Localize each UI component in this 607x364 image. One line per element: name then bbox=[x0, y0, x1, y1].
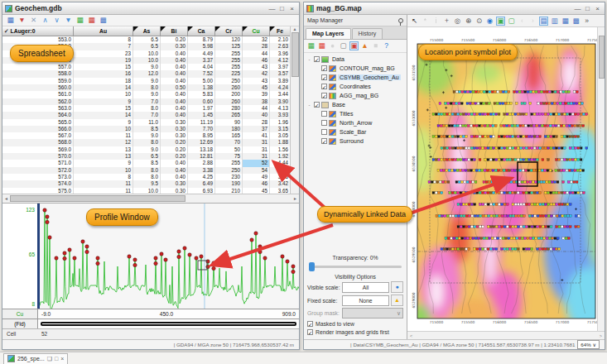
data-cell[interactable]: 43 bbox=[243, 64, 270, 70]
data-cell[interactable]: 280 bbox=[215, 105, 243, 112]
data-cell[interactable]: 40 bbox=[243, 112, 270, 118]
data-cell[interactable]: 50 bbox=[215, 146, 243, 153]
layer-checkbox[interactable]: ✓ bbox=[321, 74, 327, 80]
layer-checkbox[interactable]: ✓ bbox=[314, 56, 320, 62]
line-cell[interactable]: 568.0 bbox=[2, 139, 74, 146]
data-cell[interactable]: 46 bbox=[243, 57, 270, 64]
scroll-left-icon[interactable]: ◄ bbox=[4, 196, 8, 201]
data-cell[interactable]: 38 bbox=[243, 98, 270, 105]
map-unlink-icon[interactable]: ▢ bbox=[507, 17, 516, 26]
window-1-icon[interactable]: ▤ bbox=[539, 17, 548, 26]
line-cell[interactable]: 572.0 bbox=[2, 167, 74, 174]
data-cell[interactable]: 18 bbox=[74, 78, 133, 84]
data-cell[interactable]: 210 bbox=[215, 188, 243, 194]
data-cell[interactable]: 0.30 bbox=[161, 126, 188, 132]
data-cell[interactable]: 4.28 bbox=[270, 167, 290, 174]
data-cell[interactable]: 4.04 bbox=[188, 64, 215, 70]
layer-item-Base[interactable]: -✓Base bbox=[304, 100, 407, 109]
data-cell[interactable]: 255 bbox=[215, 160, 243, 166]
data-cell[interactable]: 260 bbox=[215, 98, 243, 105]
map-vertical-scrollbar[interactable] bbox=[597, 27, 605, 331]
data-cell[interactable]: 120 bbox=[215, 36, 243, 43]
data-cell[interactable]: 32 bbox=[243, 36, 270, 43]
data-cell[interactable]: 250 bbox=[215, 167, 243, 174]
data-cell[interactable]: 7.0 bbox=[133, 98, 161, 105]
data-cell[interactable]: 4.13 bbox=[270, 105, 290, 112]
layer-checkbox[interactable] bbox=[321, 111, 327, 117]
data-cell[interactable]: 31 bbox=[243, 153, 270, 160]
data-cell[interactable]: 0.40 bbox=[161, 91, 188, 98]
data-cell[interactable]: 8 bbox=[74, 36, 133, 43]
data-cell[interactable]: 6.49 bbox=[188, 180, 215, 187]
add-layer-icon[interactable]: ▦ bbox=[317, 41, 326, 50]
scroll-right-icon[interactable]: > bbox=[600, 333, 602, 338]
map-link-icon[interactable]: ▣ bbox=[496, 17, 505, 26]
scroll-right-icon[interactable]: ► bbox=[293, 196, 297, 201]
data-cell[interactable]: 4.25 bbox=[188, 174, 215, 180]
data-cell[interactable]: 7 bbox=[74, 43, 133, 50]
data-cell[interactable]: 45 bbox=[243, 188, 270, 194]
data-cell[interactable]: 3.90 bbox=[270, 98, 290, 105]
data-cell[interactable]: 255 bbox=[215, 64, 243, 70]
copy-channel-icon[interactable]: ▦ bbox=[6, 16, 15, 25]
data-cell[interactable]: 13 bbox=[74, 146, 133, 153]
data-cell[interactable]: 0.30 bbox=[161, 43, 188, 50]
data-cell[interactable]: 37 bbox=[243, 126, 270, 132]
data-cell[interactable]: 0.40 bbox=[161, 70, 188, 77]
data-cell[interactable]: 9 bbox=[74, 98, 133, 105]
data-cell[interactable]: 8.0 bbox=[133, 174, 161, 180]
scroll-thumb[interactable] bbox=[10, 195, 185, 202]
gdb-title-bar[interactable]: Geochem.gdb — □ × bbox=[2, 2, 299, 15]
maximize-icon[interactable]: □ bbox=[55, 356, 58, 362]
maximize-icon[interactable]: □ bbox=[583, 4, 592, 13]
info-icon[interactable]: i bbox=[431, 17, 441, 26]
data-cell[interactable]: 0.40 bbox=[161, 174, 188, 180]
symbol-tool-icon[interactable]: ▲ bbox=[360, 41, 369, 50]
window-layout-icon[interactable]: ▩ bbox=[99, 16, 108, 25]
data-cell[interactable]: 46 bbox=[243, 180, 270, 187]
data-cell[interactable]: 3.44 bbox=[270, 91, 290, 98]
column-header-Ca[interactable]: Ca bbox=[188, 26, 215, 36]
scroll-up-icon[interactable]: ▲ bbox=[293, 26, 297, 31]
line-cell[interactable]: 553.0 bbox=[2, 36, 74, 43]
layer-item-Titles[interactable]: Titles bbox=[304, 109, 407, 118]
delete-line-icon[interactable]: ▼ bbox=[17, 16, 26, 25]
data-cell[interactable]: 3.93 bbox=[270, 112, 290, 118]
data-cell[interactable]: 9 bbox=[74, 119, 133, 126]
prev-view-icon[interactable]: ‹ bbox=[518, 17, 527, 26]
data-cell[interactable]: 4.12 bbox=[270, 57, 290, 64]
data-cell[interactable]: 1.97 bbox=[188, 105, 215, 112]
data-cell[interactable]: 11.19 bbox=[188, 119, 215, 126]
data-cell[interactable]: 9.0 bbox=[133, 64, 161, 70]
profile-up-icon[interactable]: ∧ bbox=[41, 16, 50, 25]
data-cell[interactable]: 9.0 bbox=[133, 146, 161, 153]
data-cell[interactable]: 4.44 bbox=[270, 160, 290, 166]
data-cell[interactable]: 5.83 bbox=[188, 91, 215, 98]
layer-checkbox[interactable]: ✓ bbox=[321, 84, 327, 89]
data-cell[interactable]: 8.79 bbox=[188, 36, 215, 43]
data-cell[interactable]: 0.40 bbox=[161, 160, 188, 166]
data-cell[interactable]: 8.0 bbox=[133, 84, 161, 91]
line-cell[interactable]: 573.0 bbox=[2, 174, 74, 180]
data-cell[interactable]: 70 bbox=[215, 139, 243, 146]
line-cell[interactable]: 557.0 bbox=[2, 64, 74, 70]
zoom-dynamic-icon[interactable]: ◎ bbox=[453, 17, 462, 26]
data-cell[interactable]: 3.38 bbox=[188, 167, 215, 174]
spreadsheet-horizontal-scrollbar[interactable]: ◄ ► bbox=[2, 194, 299, 203]
line-cell[interactable]: 559.0 bbox=[2, 78, 74, 84]
data-cell[interactable]: 7.70 bbox=[188, 126, 215, 132]
data-cell[interactable]: 8.5 bbox=[133, 126, 161, 132]
close-icon[interactable]: × bbox=[593, 4, 602, 13]
restore-icon[interactable]: ❏ bbox=[47, 356, 52, 362]
column-header-As[interactable]: As bbox=[133, 26, 161, 36]
data-cell[interactable]: 1.38 bbox=[188, 84, 215, 91]
data-cell[interactable]: 0.20 bbox=[161, 139, 188, 146]
data-cell[interactable]: 190 bbox=[215, 180, 243, 187]
grid-display-icon[interactable]: ▦ bbox=[75, 16, 84, 25]
data-cell[interactable]: 1.45 bbox=[188, 112, 215, 118]
data-cell[interactable]: 3.96 bbox=[270, 174, 290, 180]
full-extent-icon[interactable]: ◉ bbox=[485, 17, 494, 26]
data-cell[interactable]: 54 bbox=[243, 167, 270, 174]
data-cell[interactable]: 0.20 bbox=[161, 146, 188, 153]
data-cell[interactable]: 75 bbox=[215, 153, 243, 160]
